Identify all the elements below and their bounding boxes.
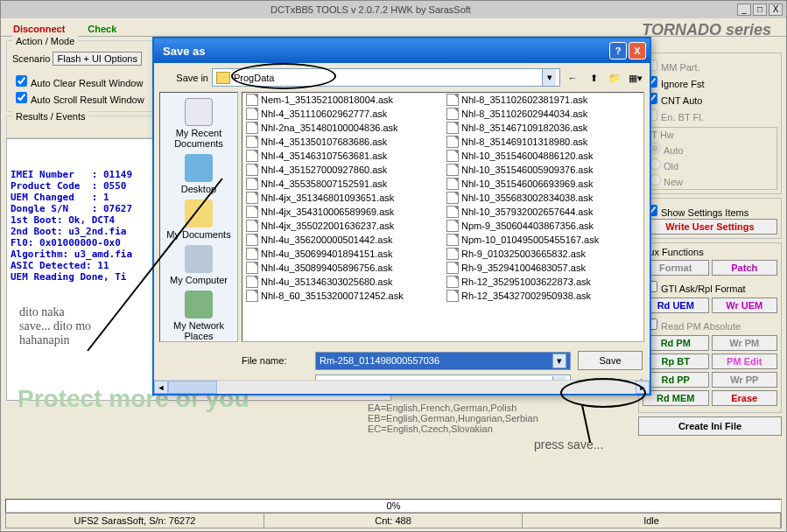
file-item[interactable]: Nhl-4_351527000927860.ask — [242, 163, 443, 177]
rd-mem-button[interactable]: Rd MEM — [643, 390, 709, 406]
minimize-button[interactable]: _ — [737, 4, 751, 16]
auto-clear-label: Auto Clear Result Window — [31, 78, 143, 88]
views-icon[interactable]: ▦▾ — [627, 69, 644, 87]
file-icon — [246, 276, 258, 288]
file-item[interactable]: Nhl-4_351350107683686.ask — [242, 135, 443, 149]
file-item[interactable]: Nem-1_351352100818004.ask — [242, 93, 443, 107]
file-item[interactable]: Rh-12_352951003622873.ask — [443, 275, 643, 289]
file-name-input[interactable]: Rm-258_011498000557036▾ — [315, 352, 571, 370]
bt-hw-legend: BT Hw — [645, 130, 775, 140]
file-icon — [446, 276, 459, 288]
file-list[interactable]: Nem-1_351352100818004.askNhl-4_351110602… — [242, 92, 644, 342]
file-icon — [246, 94, 258, 106]
maximize-button[interactable]: □ — [753, 4, 767, 16]
status-cnt: Cnt: 488 — [264, 514, 523, 528]
save-button[interactable]: Save — [578, 351, 643, 370]
file-item[interactable]: Nhl-10_357932002657644.ask — [443, 205, 643, 219]
rd-uem-button[interactable]: Rd UEM — [643, 298, 709, 313]
file-item[interactable]: Nhl-8_351467109182036.ask — [443, 121, 643, 135]
file-item[interactable]: Nhl-8_351102602944034.ask — [443, 107, 643, 121]
file-item[interactable]: Nhl-10_351546006693969.ask — [443, 177, 643, 191]
file-item[interactable]: Nhl-4_351110602962777.ask — [242, 107, 443, 121]
file-item[interactable]: Nhl-4u_356200000501442.ask — [242, 233, 443, 247]
file-item[interactable]: Nhl-4u_351346303025680.ask — [242, 275, 443, 289]
file-icon — [446, 150, 459, 162]
rd-pp-button[interactable]: Rd PP — [643, 372, 709, 388]
dialog-close-button[interactable]: X — [629, 42, 646, 60]
file-item[interactable]: Rh-9_010325003665832.ask — [443, 247, 643, 261]
save-as-titlebar[interactable]: Save as ? X — [154, 38, 650, 63]
rp-bt-button[interactable]: Rp BT — [643, 354, 709, 369]
pm-edit-button[interactable]: PM Edit — [712, 354, 778, 369]
file-name: Nhl-4jx_354310006589969.ask — [261, 206, 394, 217]
wr-pm-button[interactable]: Wr PM — [712, 335, 778, 351]
new-folder-icon[interactable]: 📁 — [606, 69, 623, 87]
file-item[interactable]: Nhl-4u_350699401894151.ask — [242, 247, 443, 261]
file-item[interactable]: Nhl-8_60_351532000712452.ask — [242, 289, 443, 303]
format-button[interactable]: Format — [643, 260, 709, 276]
place-mycomp[interactable]: My Computer — [164, 243, 234, 287]
file-item[interactable]: Nhl-4jx_351346801093651.ask — [242, 191, 443, 205]
scenario-combo[interactable]: Flash + UI Options — [53, 52, 141, 66]
file-item[interactable]: Nhl-4jx_355022001636237.ask — [242, 219, 443, 233]
action-mode-legend: Action / Mode — [12, 36, 78, 46]
file-item[interactable]: Npm-9_350604403867356.ask — [443, 219, 643, 233]
save-in-combo[interactable]: ProgData ▾ — [212, 68, 560, 87]
file-name: Nhl-10_357932002657644.ask — [461, 206, 593, 217]
file-name: Rh-12_354327002950938.ask — [461, 290, 591, 301]
place-network[interactable]: My Network Places — [164, 289, 234, 343]
auto-clear-checkbox[interactable] — [16, 75, 27, 87]
file-item[interactable]: Nhl-8_351102602381971.ask — [443, 93, 643, 107]
rd-pm-button[interactable]: Rd PM — [643, 335, 709, 351]
mycomp-icon — [185, 245, 213, 273]
file-name: Rh-9_352941004683057.ask — [461, 262, 586, 273]
file-name: Rh-9_010325003665832.ask — [461, 248, 586, 259]
file-name: Nhl-4u_356200000501442.ask — [261, 234, 392, 245]
file-icon — [246, 150, 258, 162]
file-item[interactable]: Nhl-2na_351480100004836.ask — [242, 121, 443, 135]
file-item[interactable]: Nhl-10_355683002834038.ask — [443, 191, 643, 205]
place-desktop[interactable]: Desktop — [164, 152, 234, 196]
patch-button[interactable]: Patch — [712, 260, 778, 276]
save-in-value: ProgData — [234, 73, 274, 83]
file-item[interactable]: Npm-10_010495005455167.ask — [443, 233, 643, 247]
file-item[interactable]: Nhl-10_351546005909376.ask — [443, 163, 643, 177]
wr-pp-button[interactable]: Wr PP — [712, 372, 778, 388]
close-button[interactable]: X — [769, 4, 783, 16]
place-recent[interactable]: My Recent Documents — [164, 96, 234, 150]
file-name: Nhl-4_355358007152591.ask — [261, 178, 387, 189]
tab-disconnect[interactable]: Disconnect — [6, 22, 72, 36]
wr-uem-button[interactable]: Wr UEM — [712, 298, 778, 313]
erase-button[interactable]: Erase — [712, 390, 778, 406]
dialog-help-button[interactable]: ? — [609, 42, 627, 60]
progress-bar: 0% — [5, 499, 782, 513]
file-item[interactable]: Rh-12_354327002950938.ask — [443, 289, 643, 303]
nav-up-icon[interactable]: ⬆ — [585, 69, 602, 87]
file-icon — [446, 108, 459, 120]
file-item[interactable]: Nhl-4_355358007152591.ask — [242, 177, 443, 191]
tab-check[interactable]: Check — [81, 22, 123, 36]
mydocs-icon — [185, 200, 213, 228]
file-name: Nhl-8_351102602944034.ask — [461, 108, 587, 119]
file-name: Nhl-4_351527000927860.ask — [261, 164, 387, 175]
file-item[interactable]: Nhl-4jx_354310006589969.ask — [242, 205, 443, 219]
file-icon — [446, 178, 459, 190]
file-name-dd-icon[interactable]: ▾ — [552, 354, 566, 368]
file-icon — [446, 262, 459, 274]
create-ini-button[interactable]: Create Ini File — [638, 416, 782, 436]
file-item[interactable]: Nhl-4_351463107563681.ask — [242, 149, 443, 163]
place-mydocs[interactable]: My Documents — [164, 198, 234, 242]
dropdown-icon[interactable]: ▾ — [542, 69, 556, 86]
file-item[interactable]: Nhl-10_351546004886120.ask — [443, 149, 643, 163]
file-item[interactable]: Nhl-8_351469101318980.ask — [443, 135, 643, 149]
file-icon — [246, 262, 258, 274]
file-name: Npm-10_010495005455167.ask — [461, 234, 599, 245]
write-user-settings-button[interactable]: Write User Settings — [643, 219, 777, 234]
nav-back-icon[interactable]: ← — [564, 69, 581, 87]
file-icon — [446, 290, 459, 302]
auto-scroll-checkbox[interactable] — [16, 92, 27, 103]
file-name: Nhl-8_60_351532000712452.ask — [261, 290, 404, 301]
network-icon — [185, 290, 213, 318]
file-item[interactable]: Rh-9_352941004683057.ask — [443, 261, 643, 275]
file-item[interactable]: Nhl-4u_350899405896756.ask — [242, 261, 443, 275]
